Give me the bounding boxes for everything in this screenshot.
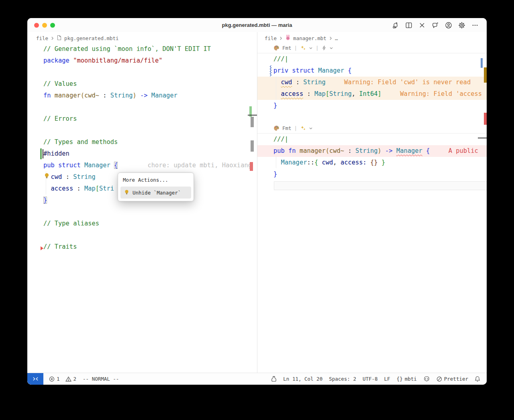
code-line[interactable]: // Errors bbox=[27, 113, 257, 125]
code-line[interactable] bbox=[27, 67, 257, 78]
breadcrumb-file[interactable]: manager.mbt bbox=[293, 35, 326, 41]
formatter-indicator[interactable]: Prettier bbox=[436, 376, 468, 382]
cursor-position[interactable]: Ln 11, Col 20 bbox=[283, 376, 322, 382]
code-token bbox=[393, 147, 396, 154]
chevron-down-icon[interactable] bbox=[309, 126, 313, 130]
editor-pane-right: file manager.mbt bbox=[257, 32, 487, 373]
copilot-icon[interactable] bbox=[423, 376, 430, 382]
code-token: Warning: Field 'cwd' is never read bbox=[326, 79, 471, 86]
lightning-icon[interactable] bbox=[322, 45, 326, 51]
more-actions-ellipsis-icon[interactable] bbox=[471, 22, 479, 29]
code-line[interactable]: access : Map[String, Int64] Warning: Fie… bbox=[257, 88, 487, 100]
remote-indicator[interactable] bbox=[27, 373, 43, 385]
code-line[interactable]: #hidden bbox=[27, 148, 257, 160]
code-line[interactable]: cwd : String Warning: Field 'cwd' is nev… bbox=[257, 77, 487, 88]
code-token bbox=[148, 92, 151, 99]
code-token: cwd bbox=[281, 79, 292, 86]
breadcrumb-more[interactable]: … bbox=[335, 35, 338, 41]
chevron-down-icon[interactable] bbox=[309, 46, 313, 50]
copilot-chat-icon[interactable] bbox=[432, 22, 439, 29]
code-editor-left: // Generated using `moon info`, DON'T ED… bbox=[27, 43, 257, 253]
code-block-2: ///|pub fn manager(cwd~ : String) -> Man… bbox=[257, 134, 487, 180]
editor-pane-left: file pkg.generated.mbti // Generated usi… bbox=[27, 32, 257, 373]
vscode-window: pkg.generated.mbti — maria bbox=[27, 18, 487, 385]
warning-count: 2 bbox=[73, 376, 77, 382]
flask-icon[interactable] bbox=[271, 376, 277, 382]
account-icon[interactable] bbox=[445, 22, 452, 29]
codelens-fmt[interactable]: Fmt bbox=[282, 45, 292, 51]
code-token: {} bbox=[370, 159, 378, 166]
code-line[interactable]: // Type aliases bbox=[27, 218, 257, 229]
eol-sequence[interactable]: LF bbox=[384, 376, 390, 382]
language-mode[interactable]: {} mbti bbox=[397, 376, 417, 382]
code-line[interactable]: ///| bbox=[257, 134, 487, 145]
lightbulb-icon[interactable] bbox=[44, 172, 50, 181]
code-line[interactable]: package "moonbitlang/maria/file" bbox=[27, 55, 257, 67]
overview-ruler-mark-red bbox=[250, 162, 253, 171]
breadcrumb-root[interactable]: file bbox=[36, 35, 48, 41]
code-line[interactable]: } bbox=[257, 100, 487, 112]
overview-ruler-mark-blue bbox=[481, 58, 483, 68]
sparkle-icon[interactable] bbox=[300, 125, 306, 131]
sparkle-icon[interactable] bbox=[300, 45, 306, 51]
braces-icon: {} bbox=[397, 376, 403, 382]
code-line[interactable] bbox=[27, 101, 257, 113]
vim-mode-indicator[interactable]: -- NORMAL -- bbox=[83, 376, 119, 382]
code-token: } bbox=[43, 197, 47, 204]
code-line[interactable]: } bbox=[257, 168, 487, 180]
code-line[interactable]: // Generated using `moon info`, DON'T ED… bbox=[27, 43, 257, 55]
code-line[interactable]: Manager::{ cwd, access: {} } bbox=[257, 157, 487, 168]
code-line[interactable]: pub struct Manager { chore: update mbti,… bbox=[27, 160, 257, 171]
code-token: } bbox=[381, 159, 385, 166]
problems-indicator[interactable]: 1 2 bbox=[49, 376, 76, 382]
source-control-graph-icon[interactable] bbox=[392, 22, 399, 29]
slash-circle-icon bbox=[436, 376, 442, 382]
code-line[interactable]: pub fn manager(cwd~ : String) -> Manager… bbox=[257, 145, 487, 157]
palette-icon[interactable] bbox=[273, 45, 279, 51]
code-line[interactable]: ///| bbox=[257, 53, 487, 65]
code-token: "moonbitlang/maria/file" bbox=[73, 57, 162, 64]
code-token: cwd~ bbox=[84, 92, 99, 99]
close-editor-icon[interactable] bbox=[418, 22, 426, 29]
popup-item-unhide[interactable]: Unhide `Manager` bbox=[120, 187, 191, 199]
code-token: ) bbox=[133, 92, 136, 99]
code-token: access: bbox=[341, 159, 367, 166]
chevron-down-icon[interactable] bbox=[329, 46, 333, 50]
code-token: ( bbox=[326, 147, 329, 154]
code-token: // Types and methods bbox=[43, 138, 118, 146]
split-editor-icon[interactable] bbox=[405, 22, 412, 29]
minimize-window-button[interactable] bbox=[42, 23, 47, 28]
code-line[interactable]: // Traits bbox=[27, 241, 257, 253]
settings-gear-icon[interactable] bbox=[458, 22, 465, 29]
code-line[interactable] bbox=[27, 229, 257, 241]
code-token: } bbox=[273, 102, 277, 109]
code-token: Map bbox=[314, 90, 326, 97]
gutter-modified-indicator bbox=[40, 148, 42, 159]
code-token: , bbox=[352, 90, 359, 97]
code-token: Warning: Field 'access bbox=[381, 90, 482, 97]
notifications-bell-icon[interactable] bbox=[475, 376, 480, 382]
breadcrumb-root[interactable]: file bbox=[265, 35, 277, 41]
breadcrumb: file manager.mbt bbox=[265, 34, 338, 43]
code-token: manager bbox=[300, 147, 326, 154]
indentation[interactable]: Spaces: 2 bbox=[329, 376, 356, 382]
codelens-fmt[interactable]: Fmt bbox=[282, 125, 292, 131]
code-line[interactable]: // Types and methods bbox=[27, 136, 257, 148]
traffic-lights bbox=[27, 23, 55, 28]
close-window-button[interactable] bbox=[34, 23, 39, 28]
code-line[interactable] bbox=[257, 112, 487, 123]
code-line[interactable]: fn manager(cwd~ : String) -> Manager bbox=[27, 90, 257, 101]
code-line[interactable] bbox=[27, 125, 257, 136]
code-token: #hidden bbox=[43, 150, 69, 157]
code-token: chore: update mbti, Haoxiang bbox=[118, 162, 252, 169]
popup-title: More Actions... bbox=[120, 176, 191, 187]
zoom-window-button[interactable] bbox=[50, 23, 55, 28]
palette-icon[interactable] bbox=[273, 125, 279, 131]
code-line[interactable]: priv struct Manager { bbox=[257, 65, 487, 77]
encoding[interactable]: UTF-8 bbox=[363, 376, 378, 382]
code-line[interactable]: // Values bbox=[27, 78, 257, 90]
code-line[interactable] bbox=[27, 206, 257, 218]
code-token: Manager bbox=[84, 162, 114, 169]
breadcrumb-file[interactable]: pkg.generated.mbti bbox=[64, 35, 118, 41]
code-token: -> bbox=[140, 92, 148, 99]
